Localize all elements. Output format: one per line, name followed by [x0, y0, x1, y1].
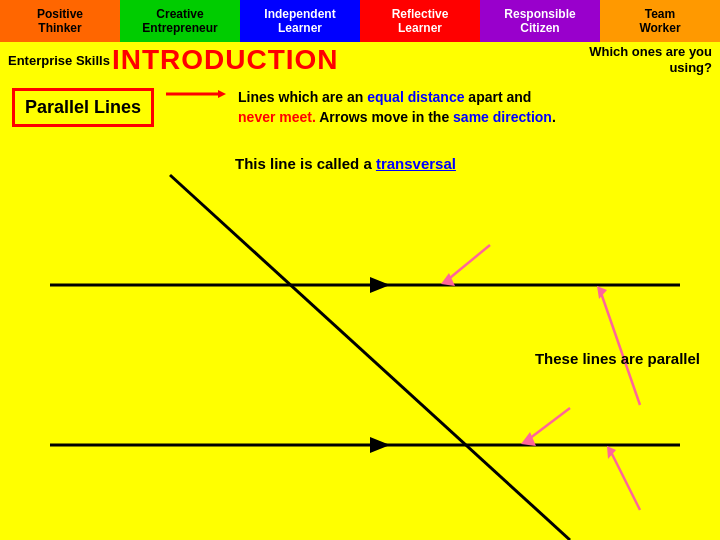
parallel-lines-section: Parallel Lines Lines which are an equal … [0, 80, 720, 135]
svg-marker-5 [370, 437, 390, 453]
svg-marker-14 [607, 446, 616, 459]
parallel-note: These lines are parallel [535, 350, 700, 367]
svg-marker-10 [521, 432, 536, 446]
nav-responsible-citizen[interactable]: Responsible Citizen [480, 0, 600, 42]
svg-line-9 [525, 408, 570, 442]
which-ones-text: Which ones are you using? [589, 44, 720, 75]
svg-marker-12 [597, 286, 607, 299]
transversal-label: This line is called a transversal [235, 155, 456, 172]
nav-independent-learner[interactable]: Independent Learner [240, 0, 360, 42]
svg-marker-3 [370, 277, 390, 293]
red-arrow-icon [166, 88, 226, 100]
top-nav: Positive Thinker Creative Entrepreneur I… [0, 0, 720, 42]
svg-line-7 [445, 245, 490, 282]
second-row: Enterprise Skills INTRODUCTION Which one… [0, 42, 720, 78]
svg-line-6 [170, 175, 570, 540]
svg-line-11 [600, 290, 640, 405]
nav-creative-entrepreneur[interactable]: Creative Entrepreneur [120, 0, 240, 42]
nav-positive-thinker[interactable]: Positive Thinker [0, 0, 120, 42]
nav-reflective-learner[interactable]: Reflective Learner [360, 0, 480, 42]
intro-title: INTRODUCTION [112, 44, 339, 76]
parallel-description: Lines which are an equal distance apart … [238, 88, 556, 127]
svg-marker-8 [441, 273, 455, 286]
enterprise-label: Enterprise Skills [0, 53, 110, 68]
nav-team-worker[interactable]: Team Worker [600, 0, 720, 42]
svg-marker-1 [218, 90, 226, 98]
svg-line-13 [610, 450, 640, 510]
parallel-label: Parallel Lines [12, 88, 154, 127]
